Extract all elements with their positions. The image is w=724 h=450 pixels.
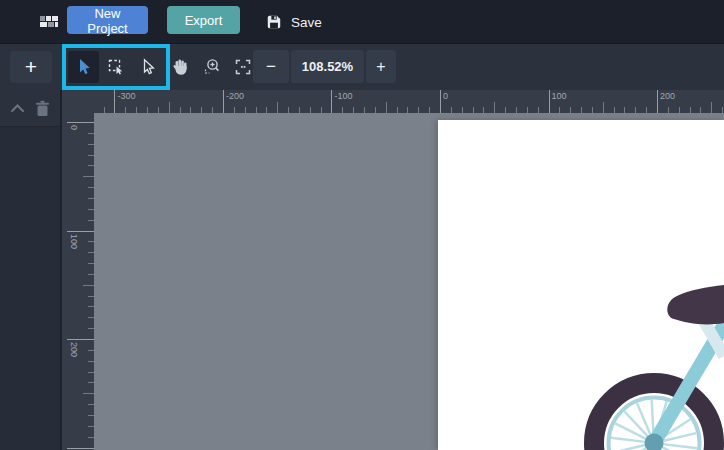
outline-cursor-icon xyxy=(139,58,157,76)
transform-tool[interactable] xyxy=(100,51,131,83)
vertical-ruler: 0100200300 xyxy=(62,113,94,450)
canvas-area[interactable] xyxy=(94,113,724,450)
delete-button[interactable] xyxy=(35,100,50,117)
add-element-button[interactable]: + xyxy=(10,51,52,83)
toolbar: + xyxy=(0,44,724,90)
direct-select-tool[interactable] xyxy=(133,51,164,83)
save-label: Save xyxy=(291,15,322,30)
apps-grid-icon[interactable] xyxy=(40,14,58,26)
zoom-area-tool[interactable] xyxy=(196,51,228,83)
collapse-panel-button[interactable] xyxy=(10,103,25,113)
save-icon xyxy=(266,14,282,30)
zoom-area-icon xyxy=(202,57,222,77)
chevron-up-icon xyxy=(10,103,25,113)
main-area: -300-200-1000100200 0100200300 xyxy=(0,90,724,450)
artboard-page[interactable] xyxy=(438,120,724,450)
horizontal-ruler: -300-200-1000100200 xyxy=(62,90,724,113)
fit-view-icon xyxy=(233,57,253,77)
trash-icon xyxy=(35,100,50,117)
bike-seat xyxy=(667,285,724,324)
cursor-icon xyxy=(75,58,93,76)
hand-icon xyxy=(171,57,191,77)
selection-tools-highlight xyxy=(62,44,170,90)
layers-header xyxy=(0,90,60,127)
layers-panel[interactable] xyxy=(0,128,60,450)
select-tool[interactable] xyxy=(68,51,99,83)
zoom-level: 108.52% xyxy=(291,50,364,83)
pan-tool[interactable] xyxy=(165,51,197,83)
new-project-button[interactable]: New Project xyxy=(67,6,148,34)
top-bar: New Project Export Save xyxy=(0,0,724,44)
zoom-in-button[interactable]: + xyxy=(366,50,396,83)
bicycle-illustration[interactable] xyxy=(438,120,724,450)
save-button[interactable]: Save xyxy=(266,0,322,44)
layers-sidebar xyxy=(0,90,62,450)
zoom-out-button[interactable]: − xyxy=(253,50,289,83)
export-button[interactable]: Export xyxy=(167,6,240,34)
app-root: New Project Export Save + xyxy=(0,0,724,450)
transform-icon xyxy=(107,58,125,76)
